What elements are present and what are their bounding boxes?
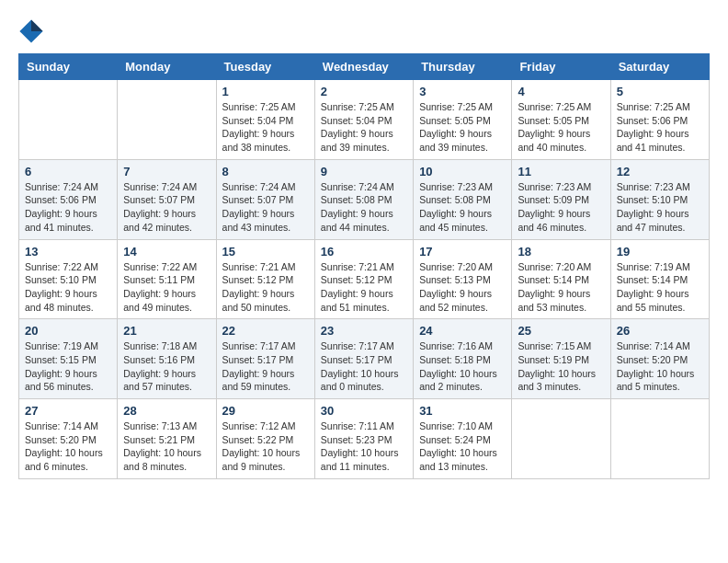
day-number: 9 [321, 165, 407, 178]
day-number: 1 [222, 85, 309, 98]
calendar-cell: 21Sunrise: 7:18 AM Sunset: 5:16 PM Dayli… [118, 319, 216, 399]
day-info: Sunrise: 7:24 AM Sunset: 5:06 PM Dayligh… [25, 180, 111, 235]
day-number: 10 [419, 165, 506, 178]
calendar-cell: 27Sunrise: 7:14 AM Sunset: 5:20 PM Dayli… [19, 399, 118, 479]
day-number: 22 [222, 324, 309, 338]
weekday-thursday: Thursday [414, 54, 512, 80]
day-info: Sunrise: 7:20 AM Sunset: 5:14 PM Dayligh… [518, 260, 604, 315]
week-row-4: 20Sunrise: 7:19 AM Sunset: 5:15 PM Dayli… [19, 319, 710, 399]
calendar-cell: 6Sunrise: 7:24 AM Sunset: 5:06 PM Daylig… [19, 159, 118, 239]
weekday-saturday: Saturday [610, 54, 709, 80]
day-number: 6 [25, 165, 111, 178]
day-info: Sunrise: 7:21 AM Sunset: 5:12 PM Dayligh… [222, 260, 309, 315]
day-number: 13 [25, 245, 111, 259]
calendar-cell: 1Sunrise: 7:25 AM Sunset: 5:04 PM Daylig… [216, 80, 314, 160]
calendar-cell: 20Sunrise: 7:19 AM Sunset: 5:15 PM Dayli… [19, 319, 118, 399]
day-number: 14 [123, 245, 210, 259]
calendar-cell [610, 399, 709, 479]
day-info: Sunrise: 7:24 AM Sunset: 5:08 PM Dayligh… [321, 180, 407, 235]
day-info: Sunrise: 7:25 AM Sunset: 5:06 PM Dayligh… [617, 100, 703, 155]
day-info: Sunrise: 7:11 AM Sunset: 5:23 PM Dayligh… [321, 419, 407, 474]
weekday-header-row: SundayMondayTuesdayWednesdayThursdayFrid… [19, 54, 710, 80]
day-number: 3 [419, 85, 506, 98]
day-info: Sunrise: 7:15 AM Sunset: 5:19 PM Dayligh… [518, 339, 604, 394]
day-info: Sunrise: 7:20 AM Sunset: 5:13 PM Dayligh… [419, 260, 506, 315]
calendar-cell: 16Sunrise: 7:21 AM Sunset: 5:12 PM Dayli… [314, 239, 413, 319]
weekday-sunday: Sunday [19, 54, 118, 80]
day-info: Sunrise: 7:10 AM Sunset: 5:24 PM Dayligh… [419, 419, 506, 474]
day-info: Sunrise: 7:23 AM Sunset: 5:08 PM Dayligh… [419, 180, 506, 235]
day-number: 29 [222, 404, 309, 418]
weekday-friday: Friday [512, 54, 610, 80]
day-info: Sunrise: 7:12 AM Sunset: 5:22 PM Dayligh… [222, 419, 309, 474]
day-number: 31 [419, 404, 506, 418]
day-info: Sunrise: 7:17 AM Sunset: 5:17 PM Dayligh… [222, 339, 309, 394]
calendar-cell: 10Sunrise: 7:23 AM Sunset: 5:08 PM Dayli… [414, 159, 512, 239]
day-number: 4 [518, 85, 604, 98]
day-number: 15 [222, 245, 309, 259]
page-header [18, 18, 710, 44]
day-info: Sunrise: 7:13 AM Sunset: 5:21 PM Dayligh… [123, 419, 210, 474]
day-number: 19 [617, 245, 703, 259]
week-row-5: 27Sunrise: 7:14 AM Sunset: 5:20 PM Dayli… [19, 399, 710, 479]
day-info: Sunrise: 7:25 AM Sunset: 5:04 PM Dayligh… [222, 100, 309, 155]
calendar-cell: 9Sunrise: 7:24 AM Sunset: 5:08 PM Daylig… [314, 159, 413, 239]
day-number: 17 [419, 245, 506, 259]
calendar-cell: 3Sunrise: 7:25 AM Sunset: 5:05 PM Daylig… [414, 80, 512, 160]
calendar-cell: 12Sunrise: 7:23 AM Sunset: 5:10 PM Dayli… [610, 159, 709, 239]
day-info: Sunrise: 7:25 AM Sunset: 5:05 PM Dayligh… [419, 100, 506, 155]
calendar-cell [118, 80, 216, 160]
day-number: 8 [222, 165, 309, 178]
day-number: 20 [25, 324, 111, 338]
calendar-cell: 30Sunrise: 7:11 AM Sunset: 5:23 PM Dayli… [314, 399, 413, 479]
logo-icon [18, 18, 44, 44]
calendar-cell: 4Sunrise: 7:25 AM Sunset: 5:05 PM Daylig… [512, 80, 610, 160]
day-number: 16 [321, 245, 407, 259]
calendar-cell: 19Sunrise: 7:19 AM Sunset: 5:14 PM Dayli… [610, 239, 709, 319]
calendar-cell: 11Sunrise: 7:23 AM Sunset: 5:09 PM Dayli… [512, 159, 610, 239]
calendar-cell: 31Sunrise: 7:10 AM Sunset: 5:24 PM Dayli… [414, 399, 512, 479]
calendar-cell [19, 80, 118, 160]
calendar-cell: 14Sunrise: 7:22 AM Sunset: 5:11 PM Dayli… [118, 239, 216, 319]
day-info: Sunrise: 7:25 AM Sunset: 5:04 PM Dayligh… [321, 100, 407, 155]
day-number: 24 [419, 324, 506, 338]
day-number: 23 [321, 324, 407, 338]
calendar-cell: 22Sunrise: 7:17 AM Sunset: 5:17 PM Dayli… [216, 319, 314, 399]
day-info: Sunrise: 7:24 AM Sunset: 5:07 PM Dayligh… [123, 180, 210, 235]
calendar-cell: 24Sunrise: 7:16 AM Sunset: 5:18 PM Dayli… [414, 319, 512, 399]
day-info: Sunrise: 7:22 AM Sunset: 5:11 PM Dayligh… [123, 260, 210, 315]
day-info: Sunrise: 7:16 AM Sunset: 5:18 PM Dayligh… [419, 339, 506, 394]
calendar-cell: 18Sunrise: 7:20 AM Sunset: 5:14 PM Dayli… [512, 239, 610, 319]
day-number: 5 [617, 85, 703, 98]
day-number: 25 [518, 324, 604, 338]
day-number: 7 [123, 165, 210, 178]
day-number: 2 [321, 85, 407, 98]
calendar-cell: 8Sunrise: 7:24 AM Sunset: 5:07 PM Daylig… [216, 159, 314, 239]
day-info: Sunrise: 7:18 AM Sunset: 5:16 PM Dayligh… [123, 339, 210, 394]
calendar-cell: 2Sunrise: 7:25 AM Sunset: 5:04 PM Daylig… [314, 80, 413, 160]
calendar-cell: 23Sunrise: 7:17 AM Sunset: 5:17 PM Dayli… [314, 319, 413, 399]
day-info: Sunrise: 7:23 AM Sunset: 5:10 PM Dayligh… [617, 180, 703, 235]
calendar-cell: 17Sunrise: 7:20 AM Sunset: 5:13 PM Dayli… [414, 239, 512, 319]
week-row-3: 13Sunrise: 7:22 AM Sunset: 5:10 PM Dayli… [19, 239, 710, 319]
day-info: Sunrise: 7:19 AM Sunset: 5:15 PM Dayligh… [25, 339, 111, 394]
day-number: 27 [25, 404, 111, 418]
calendar-cell: 5Sunrise: 7:25 AM Sunset: 5:06 PM Daylig… [610, 80, 709, 160]
week-row-1: 1Sunrise: 7:25 AM Sunset: 5:04 PM Daylig… [19, 80, 710, 160]
calendar-table: SundayMondayTuesdayWednesdayThursdayFrid… [18, 53, 710, 479]
calendar-body: 1Sunrise: 7:25 AM Sunset: 5:04 PM Daylig… [19, 80, 710, 479]
day-number: 28 [123, 404, 210, 418]
calendar-cell: 25Sunrise: 7:15 AM Sunset: 5:19 PM Dayli… [512, 319, 610, 399]
calendar-cell: 7Sunrise: 7:24 AM Sunset: 5:07 PM Daylig… [118, 159, 216, 239]
day-number: 30 [321, 404, 407, 418]
day-info: Sunrise: 7:17 AM Sunset: 5:17 PM Dayligh… [321, 339, 407, 394]
day-info: Sunrise: 7:22 AM Sunset: 5:10 PM Dayligh… [25, 260, 111, 315]
week-row-2: 6Sunrise: 7:24 AM Sunset: 5:06 PM Daylig… [19, 159, 710, 239]
weekday-wednesday: Wednesday [314, 54, 413, 80]
day-info: Sunrise: 7:23 AM Sunset: 5:09 PM Dayligh… [518, 180, 604, 235]
day-info: Sunrise: 7:24 AM Sunset: 5:07 PM Dayligh… [222, 180, 309, 235]
day-number: 11 [518, 165, 604, 178]
day-info: Sunrise: 7:21 AM Sunset: 5:12 PM Dayligh… [321, 260, 407, 315]
calendar-cell: 28Sunrise: 7:13 AM Sunset: 5:21 PM Dayli… [118, 399, 216, 479]
calendar-cell [512, 399, 610, 479]
